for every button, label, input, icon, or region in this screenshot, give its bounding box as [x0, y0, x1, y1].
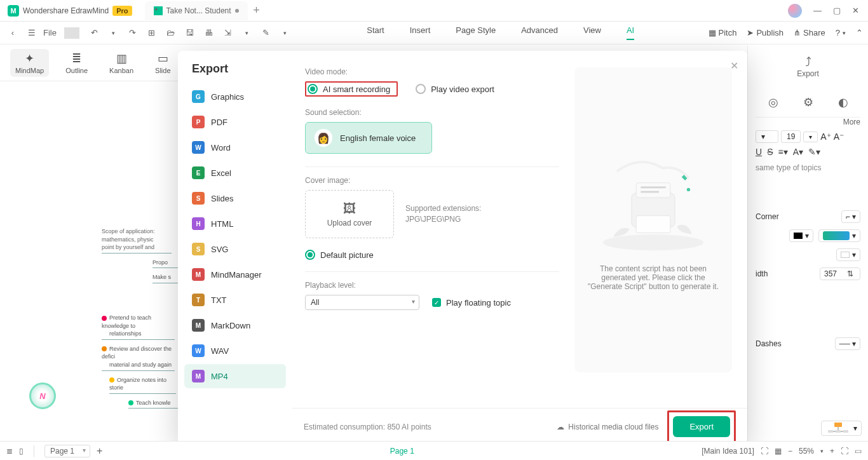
format-item-slides[interactable]: SSlides: [184, 186, 286, 210]
menu-icon[interactable]: ☰: [24, 28, 39, 37]
layout-select[interactable]: ▾: [821, 421, 862, 436]
format-item-excel[interactable]: EExcel: [184, 161, 286, 185]
corner-select[interactable]: ⌐ ▾: [841, 210, 860, 223]
align-icon[interactable]: ≡▾: [778, 147, 787, 157]
font-smaller-icon[interactable]: A⁻: [834, 132, 844, 142]
format-item-txt[interactable]: TTXT: [184, 288, 286, 312]
width-input[interactable]: 357⇅: [820, 267, 860, 280]
highlight-icon[interactable]: ✎▾: [808, 147, 820, 157]
format-item-svg[interactable]: SSVG: [184, 237, 286, 261]
collapse-icon[interactable]: ⌃: [856, 28, 863, 37]
text-color-icon[interactable]: A▾: [793, 147, 803, 157]
grid-icon[interactable]: ▦: [775, 447, 782, 456]
app-name: Wondershare EdrawMind: [23, 6, 109, 15]
format-item-mp4[interactable]: MMP4: [184, 364, 286, 388]
playback-level-select[interactable]: All: [305, 295, 419, 310]
edit-icon[interactable]: ✎: [259, 28, 274, 37]
page-selector[interactable]: Page 1: [44, 445, 90, 457]
clock-icon[interactable]: ◐: [838, 95, 848, 109]
tab-page-style[interactable]: Page Style: [456, 25, 496, 40]
publish-button[interactable]: ➤Publish: [747, 28, 783, 37]
format-item-word[interactable]: WWord: [184, 135, 286, 159]
cloud-files-link[interactable]: ☁ Historical media cloud files: [557, 423, 658, 431]
collapse-panel-icon[interactable]: ▭: [855, 447, 862, 456]
gradient-select[interactable]: ▾: [818, 229, 860, 242]
app-tab[interactable]: M Wondershare EdrawMind Pro: [0, 0, 140, 22]
more-link[interactable]: More: [756, 118, 860, 126]
border-color-select[interactable]: ▾: [836, 248, 860, 261]
close-button[interactable]: ✕: [852, 6, 859, 15]
font-size-input[interactable]: 19: [781, 130, 801, 143]
fill-select[interactable]: ▾: [789, 229, 813, 242]
export-tool[interactable]: ⤴ Export: [756, 51, 860, 87]
underline-icon[interactable]: U: [756, 147, 762, 157]
fullscreen-icon[interactable]: ⛶: [841, 447, 848, 456]
dialog-close-button[interactable]: ✕: [730, 60, 738, 72]
gear-icon[interactable]: ⚙: [803, 95, 813, 109]
format-item-wav[interactable]: WWAV: [184, 339, 286, 363]
font-family-select[interactable]: ▾: [756, 130, 778, 143]
radio-play-video-export[interactable]: Play video export: [416, 84, 494, 94]
upload-cover-button[interactable]: 🖼 Upload cover: [305, 190, 394, 238]
help-button[interactable]: ?▾: [836, 28, 846, 37]
status-bar: ≣ ▯ Page 1 + Page 1 [Main Idea 101] ⛶ ▦ …: [0, 441, 868, 460]
undo-dd-icon[interactable]: ▾: [106, 30, 121, 36]
print-icon[interactable]: 🖶: [201, 28, 217, 37]
font-size-dd[interactable]: ▾: [803, 132, 818, 142]
document-tab[interactable]: ✦ Take Not... Student: [145, 1, 248, 20]
edit-dd-icon[interactable]: ▾: [278, 30, 293, 36]
redo-icon[interactable]: ↷: [125, 28, 140, 37]
maximize-button[interactable]: ▢: [833, 6, 841, 15]
tab-ai[interactable]: AI: [627, 25, 634, 40]
radio-ai-smart-recording[interactable]: AI smart recording: [308, 84, 390, 94]
share-button[interactable]: ⋔Share: [794, 28, 825, 37]
file-menu[interactable]: File: [43, 28, 57, 37]
checkbox-label: Play floating topic: [446, 298, 511, 308]
zoom-out-button[interactable]: −: [788, 447, 792, 456]
view-outline[interactable]: ≣ Outline: [60, 49, 93, 77]
minimize-button[interactable]: —: [813, 6, 822, 15]
add-tab-button[interactable]: +: [248, 2, 266, 20]
export-button[interactable]: Export: [673, 416, 730, 437]
save-icon[interactable]: 🖫: [182, 28, 198, 37]
radio-default-picture[interactable]: Default picture: [305, 250, 559, 260]
add-page-button[interactable]: +: [97, 445, 102, 457]
zoom-level[interactable]: 55%: [799, 447, 814, 456]
font-bigger-icon[interactable]: A⁺: [820, 132, 831, 142]
new-icon[interactable]: ⊞: [144, 28, 159, 37]
layers-icon[interactable]: ≣: [6, 447, 13, 456]
ai-assistant-button[interactable]: N: [29, 382, 56, 409]
format-item-markdown[interactable]: MMarkDown: [184, 313, 286, 337]
format-item-mindmanager[interactable]: MMindManager: [184, 262, 286, 287]
tab-view[interactable]: View: [583, 25, 601, 40]
consumption-label: Estimated consumption: 850 AI points: [304, 423, 431, 431]
user-avatar[interactable]: [788, 4, 802, 18]
voice-selection[interactable]: 👩 English female voice: [305, 122, 432, 154]
tab-start[interactable]: Start: [367, 25, 384, 40]
view-slide[interactable]: ▭ Slide: [150, 49, 175, 77]
format-item-html[interactable]: HHTML: [184, 212, 286, 236]
pin-icon[interactable]: ◎: [768, 95, 778, 109]
svg-rect-11: [636, 216, 670, 233]
dashes-select[interactable]: ── ▾: [835, 337, 860, 350]
export-mini-icon[interactable]: ⇲: [220, 28, 236, 37]
back-icon[interactable]: ‹: [5, 28, 20, 37]
mm-line: Organize notes into storie: [109, 376, 176, 394]
zoom-in-button[interactable]: +: [830, 447, 834, 456]
open-icon[interactable]: 🗁: [163, 28, 179, 37]
mm-line: Make s: [153, 273, 178, 283]
undo-icon[interactable]: ↶: [87, 28, 102, 37]
strike-icon[interactable]: S: [767, 147, 773, 157]
format-item-graphics[interactable]: GGraphics: [184, 85, 286, 109]
fit-icon[interactable]: ⛶: [761, 447, 768, 456]
pitch-button[interactable]: ▦Pitch: [709, 28, 737, 37]
format-label: WAV: [211, 346, 229, 356]
play-floating-checkbox[interactable]: ✓ Play floating topic: [432, 298, 511, 308]
tab-insert[interactable]: Insert: [410, 25, 431, 40]
tab-advanced[interactable]: Advanced: [521, 25, 558, 40]
view-mindmap[interactable]: ✦ MindMap: [10, 49, 49, 77]
export-dd-icon[interactable]: ▾: [240, 30, 255, 36]
view-kanban[interactable]: ▥ Kanban: [104, 49, 139, 77]
format-item-pdf[interactable]: PPDF: [184, 110, 286, 134]
panel-icon[interactable]: ▯: [19, 447, 24, 456]
